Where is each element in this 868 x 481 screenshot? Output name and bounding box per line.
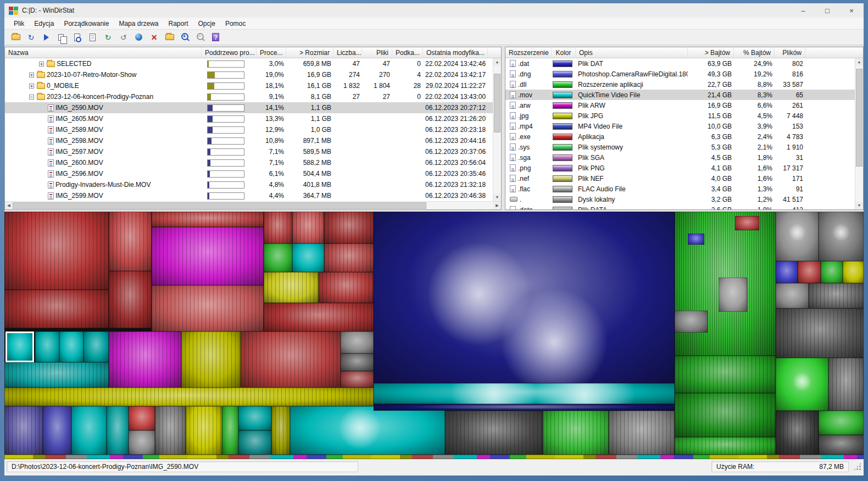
extension-row-jpg[interactable]: .jpgPlik JPG11,5 GB4,5%7 448 (505, 110, 855, 121)
treemap-block[interactable] (292, 212, 324, 244)
treemap-block[interactable] (324, 212, 374, 244)
extension-row-nef[interactable]: .nefPlik NEF4,0 GB1,6%171 (505, 173, 855, 184)
tree-vscroll-track[interactable] (493, 66, 501, 193)
scroll-down-icon[interactable]: ▼ (855, 202, 863, 209)
ext-vscroll-track[interactable] (855, 66, 863, 202)
menu-item-edycja[interactable]: Edycja (29, 18, 59, 29)
expand-toggle[interactable]: − (29, 95, 34, 99)
tree-column-nazwa[interactable]: Nazwa (5, 47, 202, 58)
extension-row-dat[interactable]: .datPlik DAT63,9 GB24,9%802 (505, 58, 855, 69)
treemap-block[interactable] (35, 331, 59, 362)
tree-row-2023-10-07-retro-motor-show[interactable]: +2023-10-07-Retro-Motor-Show19,0%16,9 GB… (5, 69, 493, 80)
scroll-up-icon[interactable]: ▲ (493, 58, 501, 66)
scroll-down-icon[interactable]: ▼ (493, 193, 501, 201)
treemap-block[interactable] (107, 406, 129, 455)
treemap-block[interactable] (109, 212, 152, 271)
extension-row-arw[interactable]: .arwPlik ARW16,9 GB6,6%261 (505, 100, 855, 110)
treemap-block[interactable] (109, 331, 181, 388)
treemap-block[interactable] (776, 308, 864, 358)
treemap-block[interactable] (688, 234, 704, 245)
resume-icon[interactable] (40, 31, 53, 43)
scroll-left-icon[interactable]: ◀ (5, 202, 13, 209)
treemap-block[interactable] (155, 406, 186, 455)
tree-column-proce[interactable]: Proce... (257, 47, 286, 58)
treemap-block[interactable] (4, 212, 109, 290)
tree-row-img-2598-mov[interactable]: IMG_2598.MOV10,8%897,1 MB06.12.2023 20:4… (5, 135, 493, 146)
extension-row-[interactable]: .Dysk lokalny3,2 GB1,2%41 517 (505, 194, 855, 204)
treemap-block[interactable] (374, 383, 675, 404)
zoom-out-icon[interactable]: − (193, 31, 207, 43)
menu-item-raport[interactable]: Raport (163, 18, 193, 29)
properties-icon[interactable] (132, 31, 146, 43)
help-icon[interactable]: ? (209, 31, 222, 43)
extension-row-exe[interactable]: .exeAplikacja6,3 GB2,4%4 783 (505, 131, 855, 142)
treemap-block[interactable] (264, 212, 292, 244)
report-icon[interactable] (70, 31, 84, 43)
treemap-block[interactable] (152, 285, 264, 331)
tree-column-poddrzewo-pro[interactable]: Poddrzewo pro... (202, 47, 257, 58)
treemap-block[interactable] (776, 358, 828, 411)
explorer-icon[interactable] (163, 31, 176, 43)
treemap-block[interactable] (4, 362, 109, 388)
treemap-block[interactable] (374, 212, 675, 383)
minimize-button[interactable]: – (791, 3, 815, 18)
menu-item-mapa-drzewa[interactable]: Mapa drzewa (114, 18, 163, 29)
tree-row-img-2605-mov[interactable]: IMG_2605.MOV13,3%1,1 GB06.12.2023 21:26:… (5, 113, 493, 124)
treemap-block[interactable] (4, 406, 43, 455)
tree-row-img-2590-mov[interactable]: IMG_2590.MOV14,1%1,1 GB06.12.2023 20:27:… (5, 102, 493, 113)
tree-row-img-2600-mov[interactable]: IMG_2600.MOV7,1%588,2 MB06.12.2023 20:56… (5, 157, 493, 168)
tree-row-img-2597-mov[interactable]: IMG_2597.MOV7,1%589,5 MB06.12.2023 20:37… (5, 146, 493, 157)
menu-item-plik[interactable]: Plik (9, 18, 29, 29)
treemap-block[interactable] (776, 212, 819, 261)
treemap-block[interactable] (341, 371, 374, 388)
ext-column-kolor[interactable]: Kolor (552, 47, 576, 58)
treemap-block[interactable] (4, 388, 374, 406)
tree-row-selected[interactable]: +SELECTED3,0%659,8 MB4747022.02.2024 13:… (5, 58, 493, 69)
tree-column-pliki[interactable]: Pliki (362, 47, 392, 58)
treemap-block[interactable] (129, 430, 155, 455)
expand-toggle[interactable]: + (39, 62, 44, 67)
treemap-block[interactable] (776, 283, 809, 308)
expand-toggle[interactable]: + (29, 84, 34, 89)
tree-hscroll-thumb[interactable] (13, 202, 426, 209)
treemap-block[interactable] (152, 212, 264, 227)
delete-icon[interactable]: ✕ (147, 31, 161, 43)
extension-row-dll[interactable]: .dllRozszerzenie aplikacji22,7 GB8,8%33 … (505, 79, 855, 90)
treemap-block[interactable] (181, 331, 241, 388)
extension-row-mp4[interactable]: .mp4MP4 Video File10,0 GB3,9%153 (505, 121, 855, 131)
treemap-block[interactable] (222, 406, 238, 455)
extension-row-flac[interactable]: .flacFLAC Audio File3,4 GB1,3%91 (505, 184, 855, 194)
tree-row-0-mobile[interactable]: +0_MOBILE18,1%16,1 GB1 8321 8042829.02.2… (5, 80, 493, 91)
treemap-block[interactable] (819, 411, 864, 435)
treemap-block[interactable] (109, 271, 152, 328)
treemap-block[interactable] (290, 406, 445, 455)
refresh-selected-icon[interactable]: ↻ (101, 31, 115, 43)
tree-column-ostatnia-modyfika[interactable]: Ostatnia modyfika... (423, 47, 488, 58)
treemap-block[interactable] (798, 261, 821, 283)
ext-column-plików[interactable]: Plików (775, 47, 805, 58)
treemap-block[interactable] (609, 411, 675, 455)
extensions-vscrollbar[interactable]: ▲ ▼ (855, 58, 863, 209)
extension-row-png[interactable]: .pngPlik PNG4,1 GB1,6%17 317 (505, 163, 855, 173)
reload-icon[interactable]: ↺ (116, 31, 130, 43)
extension-row-mov[interactable]: .movQuickTime Video File21,4 GB8,3%65 (505, 90, 855, 100)
treemap-block[interactable] (324, 244, 374, 272)
csv-icon[interactable] (86, 31, 99, 43)
treemap-block[interactable] (129, 406, 155, 430)
ext-column-bajtów[interactable]: > Bajtów (688, 47, 734, 58)
treemap-block[interactable] (675, 437, 776, 455)
ext-column-rozszerzenie[interactable]: Rozszerzenie (505, 47, 552, 58)
treemap-block[interactable] (735, 216, 759, 230)
treemap-block[interactable] (238, 430, 271, 455)
expand-toggle[interactable]: + (29, 73, 34, 78)
treemap-bottom-strip[interactable] (4, 455, 864, 459)
tree-column-rozmiar[interactable]: > Rozmiar (286, 47, 333, 58)
treemap-block[interactable] (809, 283, 864, 308)
treemap-selected-block[interactable] (5, 331, 34, 362)
treemap-block[interactable] (374, 404, 675, 411)
treemap-block[interactable] (264, 303, 374, 331)
treemap-block[interactable] (776, 411, 819, 455)
tree-hscroll-track[interactable] (13, 202, 493, 209)
treemap-block[interactable] (675, 311, 708, 333)
extension-row-dng[interactable]: .dngPhotoshop.CameraRawFileDigital.18049… (505, 69, 855, 79)
